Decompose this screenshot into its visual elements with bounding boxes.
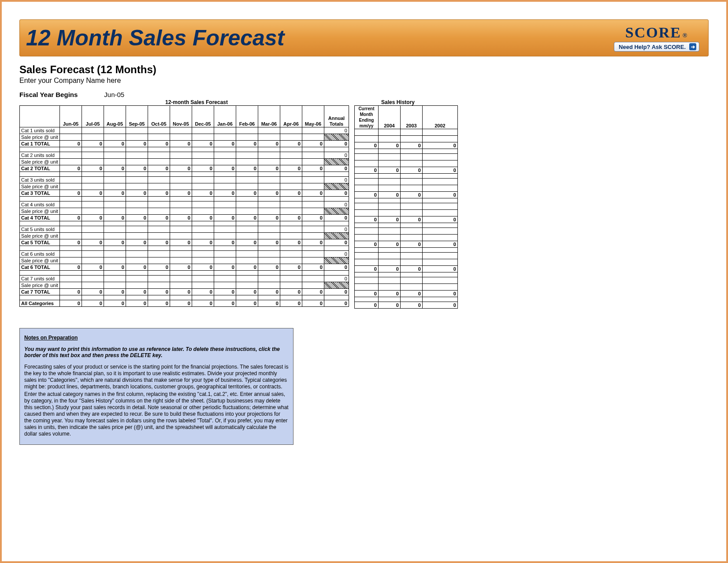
- cell[interactable]: [192, 251, 214, 257]
- cell[interactable]: [236, 251, 258, 257]
- cell[interactable]: [400, 284, 422, 291]
- cell[interactable]: [302, 177, 324, 183]
- cell[interactable]: [148, 257, 170, 264]
- cell[interactable]: [280, 276, 302, 282]
- cell[interactable]: [400, 228, 422, 235]
- cell[interactable]: [82, 183, 104, 190]
- notes-box[interactable]: Notes on Preparation You may want to pri…: [19, 328, 293, 445]
- cell[interactable]: 0: [302, 239, 324, 246]
- cell[interactable]: 0: [324, 300, 349, 307]
- cell[interactable]: [258, 276, 280, 282]
- cell[interactable]: 0: [302, 300, 324, 307]
- cell[interactable]: 0: [59, 239, 82, 246]
- cell[interactable]: [378, 228, 400, 235]
- cell[interactable]: 0: [236, 289, 258, 295]
- cell[interactable]: 0: [148, 300, 170, 307]
- cell[interactable]: 0: [82, 165, 104, 172]
- cell[interactable]: [170, 208, 192, 215]
- cell[interactable]: 0: [214, 165, 236, 172]
- cell[interactable]: [82, 208, 104, 215]
- cell[interactable]: [378, 210, 400, 216]
- cell[interactable]: [104, 276, 126, 282]
- cell[interactable]: 0: [280, 239, 302, 246]
- cell[interactable]: [126, 226, 148, 233]
- cell[interactable]: [82, 282, 104, 289]
- cell[interactable]: [258, 134, 280, 141]
- cell[interactable]: [324, 257, 349, 264]
- cell[interactable]: 0: [422, 302, 457, 309]
- cell[interactable]: 0: [378, 291, 400, 297]
- cell[interactable]: 0: [82, 215, 104, 221]
- cell[interactable]: [59, 159, 82, 165]
- cell[interactable]: [148, 127, 170, 134]
- cell[interactable]: [258, 177, 280, 183]
- history-table[interactable]: Current Month Ending mm/yy 2004 2003 200…: [354, 105, 458, 309]
- cell[interactable]: Cat 2 TOTAL: [20, 165, 60, 172]
- cell[interactable]: [258, 251, 280, 257]
- cell[interactable]: [59, 177, 82, 183]
- cell[interactable]: [82, 276, 104, 282]
- cell[interactable]: [170, 251, 192, 257]
- cell[interactable]: [302, 251, 324, 257]
- cell[interactable]: [126, 152, 148, 159]
- cell[interactable]: [148, 134, 170, 141]
- cell[interactable]: [378, 185, 400, 192]
- cell[interactable]: [280, 208, 302, 215]
- cell[interactable]: 0: [104, 165, 126, 172]
- cell[interactable]: [192, 233, 214, 239]
- cell[interactable]: 0: [59, 141, 82, 147]
- cell[interactable]: [422, 136, 457, 142]
- cell[interactable]: [422, 179, 457, 185]
- cell[interactable]: [214, 152, 236, 159]
- cell[interactable]: [280, 177, 302, 183]
- cell[interactable]: [324, 233, 349, 239]
- cell[interactable]: [59, 208, 82, 215]
- cell[interactable]: [400, 235, 422, 241]
- cell[interactable]: 0: [400, 216, 422, 223]
- cell[interactable]: [82, 177, 104, 183]
- cell[interactable]: [170, 201, 192, 208]
- cell[interactable]: 0: [258, 264, 280, 271]
- cell[interactable]: [236, 201, 258, 208]
- cell[interactable]: 0: [104, 190, 126, 197]
- cell[interactable]: [192, 282, 214, 289]
- cell[interactable]: 0: [236, 190, 258, 197]
- cell[interactable]: [422, 235, 457, 241]
- cell[interactable]: [192, 159, 214, 165]
- cell[interactable]: 0: [324, 289, 349, 295]
- help-button[interactable]: Need Help? Ask SCORE. ➔: [614, 42, 699, 52]
- cell[interactable]: [148, 226, 170, 233]
- cell[interactable]: [214, 201, 236, 208]
- cell[interactable]: [236, 152, 258, 159]
- cell[interactable]: Cat 3 TOTAL: [20, 190, 60, 197]
- cell[interactable]: [82, 127, 104, 134]
- cell[interactable]: Sale price @ unit: [20, 233, 60, 239]
- cell[interactable]: [324, 208, 349, 215]
- cell[interactable]: [400, 185, 422, 192]
- cell[interactable]: 0: [192, 289, 214, 295]
- cell[interactable]: [126, 201, 148, 208]
- cell[interactable]: [302, 226, 324, 233]
- cell[interactable]: [126, 177, 148, 183]
- cell[interactable]: 0: [378, 216, 400, 223]
- cell[interactable]: 0: [126, 215, 148, 221]
- cell[interactable]: [400, 154, 422, 160]
- cell[interactable]: 0: [280, 141, 302, 147]
- cell[interactable]: 0: [422, 192, 457, 198]
- cell[interactable]: [148, 177, 170, 183]
- cell[interactable]: [59, 152, 82, 159]
- cell[interactable]: 0: [422, 291, 457, 297]
- cell[interactable]: [258, 201, 280, 208]
- cell[interactable]: 0: [400, 241, 422, 248]
- cell[interactable]: 0: [258, 141, 280, 147]
- fiscal-year-value[interactable]: Jun-05: [104, 91, 124, 98]
- cell[interactable]: [170, 233, 192, 239]
- cell[interactable]: 0: [258, 190, 280, 197]
- cell[interactable]: [378, 129, 400, 136]
- cell[interactable]: 0: [192, 264, 214, 271]
- cell[interactable]: 0: [192, 190, 214, 197]
- cell[interactable]: 0: [82, 300, 104, 307]
- cell[interactable]: [236, 233, 258, 239]
- cell[interactable]: [280, 201, 302, 208]
- cell[interactable]: 0: [104, 300, 126, 307]
